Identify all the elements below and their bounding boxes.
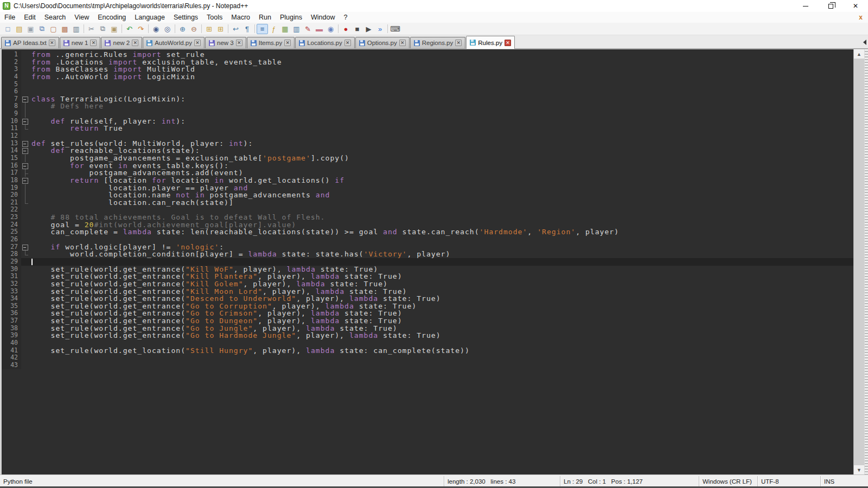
- macro-play-icon[interactable]: ▶: [363, 24, 374, 34]
- code-line[interactable]: 28 world.completion_condition[player] = …: [2, 251, 853, 258]
- menu-window[interactable]: Window: [307, 12, 339, 22]
- tab-close-icon[interactable]: ✕: [344, 40, 351, 46]
- code-line[interactable]: 8 # Defs here: [2, 102, 853, 110]
- line-number[interactable]: 23: [2, 214, 21, 221]
- line-number[interactable]: 39: [2, 332, 21, 339]
- cut-icon[interactable]: ✂: [86, 24, 97, 34]
- macro-run-multiple-icon[interactable]: »: [374, 24, 386, 34]
- code-line[interactable]: 7class TerrariaLogic(LogicMixin):: [2, 95, 853, 103]
- line-number[interactable]: 22: [2, 206, 21, 214]
- code-line[interactable]: 33 set_rule(world.get_entrance("Kill Moo…: [2, 288, 853, 296]
- code-editor[interactable]: 1from ..generic.Rules import set_rule2fr…: [2, 49, 853, 474]
- code-line[interactable]: 12: [2, 132, 853, 140]
- line-number[interactable]: 5: [2, 81, 21, 88]
- menu-help[interactable]: ?: [339, 12, 352, 22]
- line-number[interactable]: 11: [2, 125, 21, 132]
- show-all-characters-icon[interactable]: ¶: [241, 24, 253, 34]
- line-number[interactable]: 38: [2, 325, 21, 332]
- trim-trailing-icon[interactable]: ⌨: [390, 24, 401, 34]
- code-line[interactable]: 16 for event in events_table.keys():: [2, 162, 853, 170]
- code-line[interactable]: 41 set_rule(world.get_location("Still Hu…: [2, 347, 853, 355]
- menubar-close-doc-icon[interactable]: x: [853, 14, 868, 21]
- line-number[interactable]: 31: [2, 273, 21, 280]
- fold-collapse-icon[interactable]: [21, 140, 29, 147]
- sync-vertical-icon[interactable]: ⊞: [203, 24, 215, 34]
- fold-collapse-icon[interactable]: [21, 177, 29, 184]
- menu-plugins[interactable]: Plugins: [276, 12, 307, 22]
- line-number[interactable]: 9: [2, 110, 21, 118]
- code-line[interactable]: 26: [2, 236, 853, 243]
- function-list-icon[interactable]: ƒ: [268, 24, 279, 34]
- line-number[interactable]: 25: [2, 228, 21, 236]
- code-line[interactable]: 11 return True: [2, 125, 853, 132]
- line-number[interactable]: 2: [2, 59, 21, 66]
- menu-search[interactable]: Search: [40, 12, 71, 22]
- line-number[interactable]: 32: [2, 280, 21, 288]
- code-line[interactable]: 38 set_rule(world.get_entrance("Go to Ju…: [2, 325, 853, 332]
- menu-file[interactable]: File: [0, 12, 20, 22]
- tab-close-icon[interactable]: ✕: [455, 40, 462, 46]
- code-line[interactable]: 43: [2, 362, 853, 369]
- code-line[interactable]: 5: [2, 81, 853, 88]
- code-line[interactable]: 19 location.player == player and: [2, 184, 853, 192]
- paste-icon[interactable]: ▣: [108, 24, 120, 34]
- line-number[interactable]: 43: [2, 362, 21, 369]
- undo-icon[interactable]: ↶: [124, 24, 135, 34]
- new-file-icon[interactable]: □: [2, 24, 14, 34]
- line-number[interactable]: 33: [2, 288, 21, 296]
- file-monitor-icon[interactable]: ◉: [325, 24, 336, 34]
- menu-view[interactable]: View: [70, 12, 93, 22]
- code-line[interactable]: 18 return [location for location in worl…: [2, 177, 853, 184]
- tab-close-icon[interactable]: ✕: [49, 40, 55, 46]
- define-language-icon[interactable]: ✎: [302, 24, 314, 34]
- code-line[interactable]: 25 can_complete = lambda state: len(reac…: [2, 228, 853, 236]
- code-line[interactable]: 35 set_rule(world.get_entrance("Go to Co…: [2, 303, 853, 310]
- code-line[interactable]: 1from ..generic.Rules import set_rule: [2, 51, 853, 59]
- code-line[interactable]: 10 def rule(self, player: int):: [2, 118, 853, 125]
- code-line[interactable]: 24 goal = 20#int(world.achievement_goal[…: [2, 221, 853, 229]
- line-number[interactable]: 3: [2, 66, 21, 73]
- fold-collapse-icon[interactable]: [21, 118, 29, 125]
- tab-new-2[interactable]: new 2✕: [101, 37, 142, 48]
- code-line[interactable]: 22: [2, 206, 853, 214]
- code-line[interactable]: 21 location.can_reach(state)]: [2, 199, 853, 207]
- line-number[interactable]: 24: [2, 221, 21, 229]
- zoom-in-icon[interactable]: ⊕: [177, 24, 188, 34]
- minimize-button[interactable]: [793, 0, 818, 12]
- line-number[interactable]: 8: [2, 102, 21, 110]
- sync-horizontal-icon[interactable]: ⊞: [215, 24, 226, 34]
- fold-collapse-icon[interactable]: [21, 162, 29, 170]
- tab-options-py[interactable]: Options.py✕: [355, 37, 410, 48]
- restore-button[interactable]: [818, 0, 843, 12]
- line-number[interactable]: 16: [2, 162, 21, 170]
- code-line[interactable]: 36 set_rule(world.get_entrance("Go to Cr…: [2, 310, 853, 317]
- line-number[interactable]: 13: [2, 140, 21, 147]
- code-line[interactable]: 20 location.name not in postgame_advance…: [2, 191, 853, 199]
- code-line[interactable]: 9: [2, 110, 853, 118]
- line-number[interactable]: 14: [2, 147, 21, 155]
- scroll-down-icon[interactable]: ▼: [854, 465, 864, 474]
- tab-scroll-left-icon[interactable]: [863, 40, 866, 45]
- code-line[interactable]: 13def set_rules(world: MultiWorld, playe…: [2, 140, 853, 147]
- code-line[interactable]: 4from ..AutoWorld import LogicMixin: [2, 73, 853, 81]
- code-line[interactable]: 6: [2, 88, 853, 95]
- scroll-up-icon[interactable]: ▲: [854, 49, 864, 59]
- print-icon[interactable]: ▥: [71, 24, 82, 34]
- code-line[interactable]: 30 set_rule(world.get_entrance("Kill WoF…: [2, 266, 853, 273]
- line-number[interactable]: 40: [2, 339, 21, 347]
- line-number[interactable]: 12: [2, 132, 21, 140]
- tab-close-icon[interactable]: ✕: [236, 40, 242, 46]
- close-doc-icon[interactable]: ▢: [48, 24, 59, 34]
- line-number[interactable]: 35: [2, 303, 21, 310]
- line-number[interactable]: 26: [2, 236, 21, 243]
- tab-new-1[interactable]: new 1✕: [60, 37, 101, 48]
- line-number[interactable]: 28: [2, 251, 21, 258]
- save-icon[interactable]: ▣: [25, 24, 36, 34]
- code-line[interactable]: 40: [2, 339, 853, 347]
- line-number[interactable]: 21: [2, 199, 21, 207]
- tab-close-icon[interactable]: ✕: [284, 40, 291, 46]
- line-number[interactable]: 1: [2, 51, 21, 59]
- tab-close-icon[interactable]: ✕: [90, 40, 97, 46]
- close-all-icon[interactable]: ▩: [59, 24, 71, 34]
- save-all-icon[interactable]: ⧉: [36, 24, 48, 34]
